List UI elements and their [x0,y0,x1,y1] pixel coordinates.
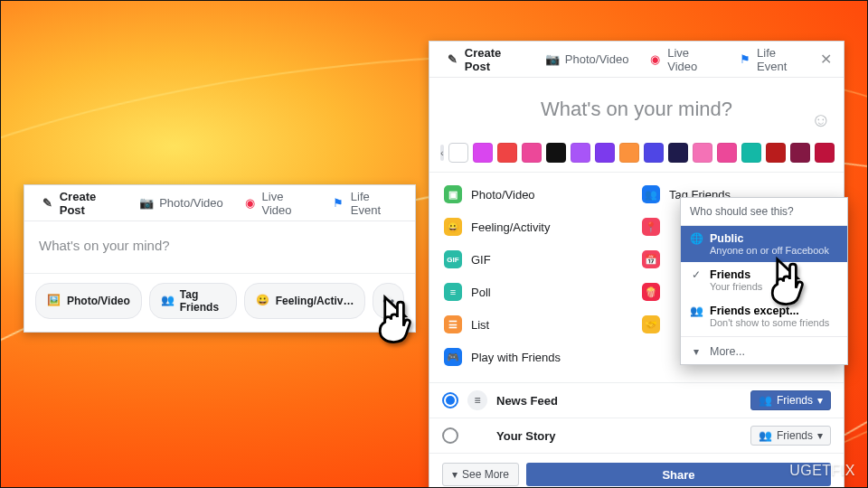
bg-swatch[interactable] [448,143,468,163]
item-title: More... [710,345,745,358]
flag-icon [332,196,345,211]
item-desc: Your friends [710,281,762,292]
opt-photo-video[interactable]: ▣Photo/Video [444,180,631,209]
destination-story[interactable]: Your Story 👥Friends▾ [429,418,844,453]
radio-empty-icon[interactable] [442,427,458,444]
gif-icon: GIF [444,250,462,268]
audience-newsfeed-button[interactable]: 👥Friends▾ [750,390,831,410]
opt-feeling[interactable]: 😀Feeling/Activity [444,212,631,241]
opt-label: List [471,318,489,332]
tab-label: Live Video [262,190,313,217]
audience-story-button[interactable]: 👥Friends▾ [750,426,831,446]
composer-collapsed: Create Post Photo/Video Live Video Life … [24,184,416,333]
chip-photo-video[interactable]: 🖼️Photo/Video [35,283,142,319]
chip-tag-friends[interactable]: 👥Tag Friends [149,283,237,319]
bg-swatch[interactable] [741,143,761,163]
opt-play[interactable]: 🎮Play with Friends [444,343,631,371]
tab-live-video[interactable]: Live Video [234,185,321,221]
chip-label: Feeling/Activ… [276,295,354,307]
bg-swatch[interactable] [546,143,566,163]
item-title: Friends [710,268,762,281]
audience-public[interactable]: 🌐 PublicAnyone on or off Facebook [681,226,847,262]
bg-swatch[interactable] [693,143,712,163]
bg-swatch[interactable] [815,143,835,163]
bg-swatch[interactable] [473,143,493,163]
separator [681,336,847,337]
chip-more[interactable]: ••• [373,283,404,319]
live-icon [243,196,257,211]
bg-swatch[interactable] [644,143,664,163]
tab-photo-video[interactable]: Photo/Video [536,42,638,77]
emoji-picker-button[interactable]: ☺ [811,108,831,132]
prompt-text: What's on your mind? [541,98,732,120]
tab-photo-video[interactable]: Photo/Video [130,185,232,221]
friends-icon: 👥 [759,394,772,407]
btn-label: Friends [777,394,813,407]
composer-tabs: Create Post Photo/Video Live Video Life … [429,42,844,78]
flag-icon [738,52,751,67]
list-icon: ☰ [444,315,462,333]
destination-newsfeed[interactable]: ≡ News Feed 👥Friends▾ [429,382,844,418]
item-desc: Don't show to some friends [710,317,829,328]
item-title: Public [710,232,829,245]
bg-swatch[interactable] [595,143,615,163]
friends-icon: 👥 [759,429,772,442]
item-title: Friends except... [710,305,829,317]
watermark: UGETFIX [789,463,855,479]
bg-swatch[interactable] [497,143,517,163]
support-icon: 🤝 [642,315,660,333]
bg-swatch[interactable] [571,143,590,163]
bg-swatch[interactable] [668,143,688,163]
tab-live-video[interactable]: Live Video [639,42,727,77]
live-icon [648,52,662,67]
bg-swatch[interactable] [766,143,786,163]
btn-label: Friends [777,429,813,442]
bg-swatch[interactable] [717,143,737,163]
audience-friends[interactable]: ✓ FriendsYour friends [681,262,847,298]
swatch-list [448,143,835,163]
feeling-icon: 😀 [256,294,270,308]
audience-more[interactable]: ▾ More... [681,339,847,364]
tab-life-event[interactable]: Life Event [729,42,814,77]
radio-checked-icon[interactable] [442,392,458,408]
tab-label: Life Event [757,46,806,73]
opt-label: Poll [471,286,491,299]
see-more-button[interactable]: ▾See More [442,463,519,486]
chip-feeling[interactable]: 😀Feeling/Activ… [244,283,366,319]
opt-gif[interactable]: GIFGIF [444,245,631,274]
more-dots-icon: ••• [382,295,394,307]
bg-swatch[interactable] [522,143,542,163]
composer-tabs: Create Post Photo/Video Live Video Life … [24,185,415,221]
audience-friends-except[interactable]: 👥 Friends except...Don't show to some fr… [681,298,847,334]
audience-popover: Who should see this? 🌐 PublicAnyone on o… [680,197,848,365]
calendar-icon: 📅 [642,250,660,268]
friends-except-icon: 👥 [690,305,703,317]
post-prompt[interactable]: What's on your mind? [24,221,415,273]
caret-down-icon: ▾ [452,468,458,481]
camera-icon [545,52,560,67]
opt-poll[interactable]: ≡Poll [444,277,631,306]
dest-label: Your Story [496,429,556,443]
tab-label: Live Video [667,46,718,73]
check-icon: ✓ [690,268,703,281]
swatch-prev[interactable]: ‹ [440,145,444,161]
item-desc: Anyone on or off Facebook [710,245,829,256]
post-prompt[interactable]: What's on your mind? ☺ [429,78,844,137]
feeling-icon: 😀 [444,218,462,236]
bg-swatch[interactable] [790,143,810,163]
chip-label: Photo/Video [67,295,130,307]
tab-create-post[interactable]: Create Post [437,42,534,77]
tab-create-post[interactable]: Create Post [32,185,128,221]
tab-life-event[interactable]: Life Event [323,185,408,221]
pencil-icon [41,196,54,211]
bg-swatch[interactable] [619,143,639,163]
share-button[interactable]: Share [526,463,831,486]
globe-icon: 🌐 [690,232,703,245]
btn-label: See More [462,468,509,481]
opt-list[interactable]: ☰List [444,310,631,339]
dest-label: News Feed [496,394,558,408]
close-button[interactable]: ✕ [816,51,836,68]
photo-icon: 🖼️ [47,294,61,308]
tab-label: Create Post [465,46,525,73]
location-icon: 📍 [642,218,660,236]
